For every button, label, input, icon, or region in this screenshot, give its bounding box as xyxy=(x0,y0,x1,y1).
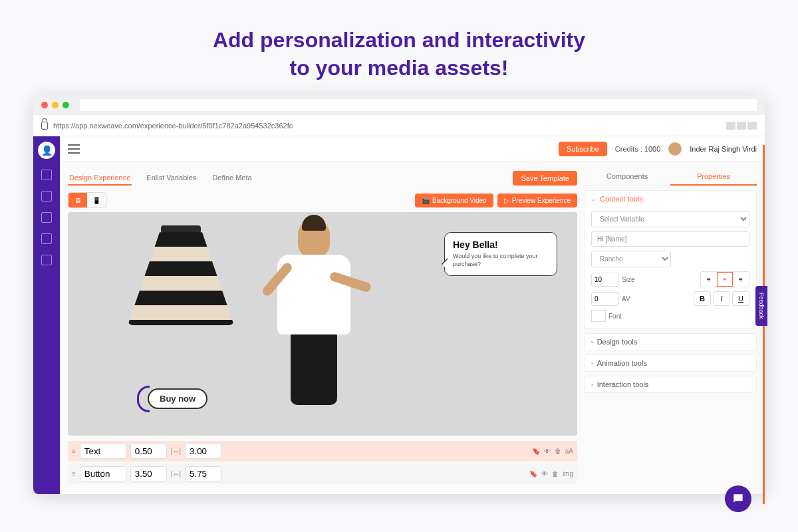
background-video-button[interactable]: 🎬Background Video xyxy=(415,194,493,207)
tab-design-experience[interactable]: Design Experience xyxy=(68,171,132,186)
play-icon: ▷ xyxy=(504,197,509,204)
design-canvas[interactable]: Buy now Hey Bella! Would you like to com… xyxy=(68,212,577,436)
presenter-graphic xyxy=(241,219,387,412)
device-toggle: 🖥 📱 xyxy=(68,192,106,208)
window-titlebar xyxy=(33,95,765,115)
browser-tab[interactable] xyxy=(80,99,757,111)
window-maximize-icon[interactable] xyxy=(63,102,69,108)
tab-properties[interactable]: Properties xyxy=(670,168,757,186)
type-badge: aA xyxy=(565,448,573,455)
chevron-right-icon: › xyxy=(591,360,593,366)
speech-bubble[interactable]: Hey Bella! Would you like to complete yo… xyxy=(444,232,557,275)
tab-enlist-variables[interactable]: Enlist Variables xyxy=(145,171,198,186)
device-mobile-button[interactable]: 📱 xyxy=(87,193,106,207)
panel-tabs: Components Properties xyxy=(584,168,757,186)
align-right-button[interactable]: ≡ xyxy=(733,272,749,287)
tab-components[interactable]: Components xyxy=(584,168,670,186)
start-time-input[interactable] xyxy=(130,466,167,481)
buy-now-button[interactable]: Buy now xyxy=(148,388,207,409)
font-size-input[interactable] xyxy=(591,273,619,287)
subscribe-button[interactable]: Subscribe xyxy=(559,142,607,156)
visibility-icon[interactable]: 👁 xyxy=(544,448,551,455)
design-tools-header[interactable]: ›Design tools xyxy=(585,334,756,350)
content-tools-header[interactable]: ⌄Content tools xyxy=(585,191,756,207)
timeline: ≡ |↔| 🔖 👁 🗑 aA xyxy=(68,441,577,486)
drag-handle-icon[interactable]: ≡ xyxy=(72,470,76,477)
win-btn[interactable] xyxy=(737,122,746,130)
win-btn[interactable] xyxy=(747,122,757,130)
nav-icon-2[interactable] xyxy=(41,191,52,201)
app-topbar: Subscribe Credits : 1000 Inder Raj Singh… xyxy=(60,136,765,162)
app-logo[interactable]: 👤 xyxy=(38,142,55,159)
tab-define-meta[interactable]: Define Meta xyxy=(211,171,253,186)
animation-tools-header[interactable]: ›Animation tools xyxy=(585,355,756,371)
window-buttons xyxy=(726,122,757,130)
align-left-button[interactable]: ≡ xyxy=(701,272,717,287)
layer-name-input[interactable] xyxy=(80,444,126,459)
text-content-input[interactable] xyxy=(591,231,749,247)
editor-column: Design Experience Enlist Variables Defin… xyxy=(68,168,577,486)
hero-line1: Add personalization and interactivity xyxy=(13,27,785,55)
start-time-input[interactable] xyxy=(130,444,167,459)
range-icon: |↔| xyxy=(171,448,181,455)
browser-window: https://app.nexweave.com/experience-buil… xyxy=(33,95,765,494)
window-minimize-icon[interactable] xyxy=(52,102,59,108)
italic-button[interactable]: I xyxy=(713,291,730,306)
chevron-right-icon: › xyxy=(591,339,593,345)
lock-icon xyxy=(41,122,48,130)
nav-icon-1[interactable] xyxy=(41,170,52,180)
save-template-button[interactable]: Save Template xyxy=(513,171,577,186)
kerning-icon: AV xyxy=(622,295,630,303)
preview-experience-button[interactable]: ▷Preview Experience xyxy=(497,194,577,207)
delete-icon[interactable]: 🗑 xyxy=(552,470,559,477)
bookmark-icon[interactable]: 🔖 xyxy=(532,448,540,455)
visibility-icon[interactable]: 👁 xyxy=(541,470,548,477)
design-tools-section: ›Design tools xyxy=(584,333,757,350)
timeline-row: ≡ |↔| 🔖 👁 🗑 aA xyxy=(68,441,577,462)
end-time-input[interactable] xyxy=(185,444,221,459)
bg-video-label: Background Video xyxy=(432,197,487,204)
section-label: Animation tools xyxy=(597,359,647,367)
letter-spacing-input[interactable] xyxy=(591,292,619,306)
address-bar: https://app.nexweave.com/experience-buil… xyxy=(33,115,765,136)
bold-button[interactable]: B xyxy=(694,291,711,306)
builder-tabs: Design Experience Enlist Variables Defin… xyxy=(68,168,577,188)
row-actions: 🔖 👁 🗑 aA xyxy=(532,448,573,455)
font-family-select[interactable]: Rancho xyxy=(591,251,671,267)
align-center-button[interactable]: ≡ xyxy=(717,272,733,287)
chevron-down-icon: ⌄ xyxy=(591,196,596,202)
interaction-tools-header[interactable]: ›Interaction tools xyxy=(585,376,756,392)
app-body: 👤 Subscribe Credits : 1000 Inder Raj Sin… xyxy=(33,136,765,494)
feedback-tab[interactable]: Feedback xyxy=(755,286,767,326)
url-text[interactable]: https://app.nexweave.com/experience-buil… xyxy=(53,122,721,130)
end-time-input[interactable] xyxy=(185,466,221,481)
text-align-group: ≡ ≡ ≡ xyxy=(700,271,749,287)
chat-icon xyxy=(732,492,745,505)
bubble-body: Would you like to complete your purchase… xyxy=(453,253,549,268)
window-close-icon[interactable] xyxy=(41,102,48,108)
select-variable-dropdown[interactable]: Select Variable xyxy=(591,211,749,227)
font-color-swatch[interactable] xyxy=(591,310,606,322)
user-avatar[interactable] xyxy=(668,142,682,156)
nav-icon-5[interactable] xyxy=(41,255,52,265)
device-desktop-button[interactable]: 🖥 xyxy=(68,193,87,207)
delete-icon[interactable]: 🗑 xyxy=(555,448,561,455)
video-icon: 🎬 xyxy=(422,197,430,204)
interaction-tools-section: ›Interaction tools xyxy=(584,376,757,393)
nav-icon-4[interactable] xyxy=(41,233,52,244)
preview-label: Preview Experience xyxy=(512,197,571,204)
canvas-toolbar: 🖥 📱 🎬Background Video ▷Preview Experienc… xyxy=(68,192,577,208)
section-label: Interaction tools xyxy=(597,380,649,388)
font-color-label: Font xyxy=(608,313,622,320)
chat-widget-button[interactable] xyxy=(725,485,751,512)
menu-toggle-icon[interactable] xyxy=(68,144,80,154)
nav-icon-3[interactable] xyxy=(41,212,52,223)
layer-name-input[interactable] xyxy=(80,466,126,481)
underline-button[interactable]: U xyxy=(732,291,749,306)
bookmark-icon[interactable]: 🔖 xyxy=(529,470,537,477)
user-name[interactable]: Inder Raj Singh Virdi xyxy=(690,145,757,153)
animation-tools-section: ›Animation tools xyxy=(584,354,757,372)
drag-handle-icon[interactable]: ≡ xyxy=(72,448,76,455)
win-btn[interactable] xyxy=(726,122,735,130)
hero-heading: Add personalization and interactivity to… xyxy=(0,0,798,95)
